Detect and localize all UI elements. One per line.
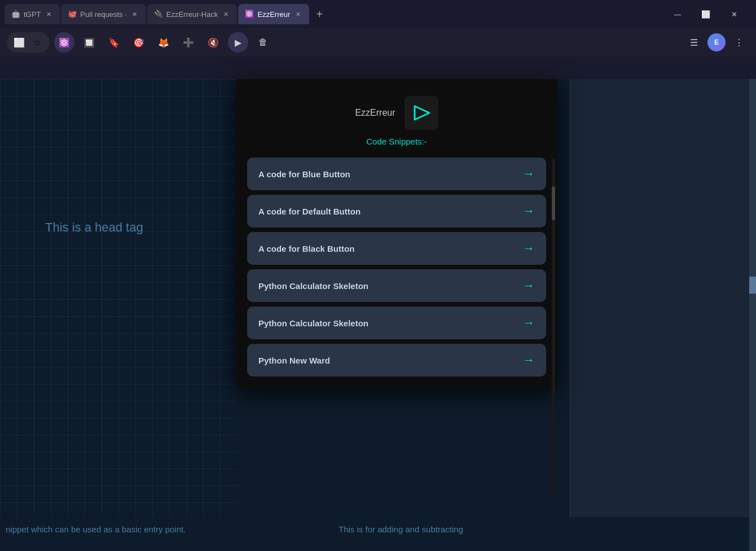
tab-ezzerreur-icon: ⚛️ (245, 10, 254, 19)
bg-snippet-text: nippet which can be used as a basic entr… (6, 524, 186, 534)
snippet-default-button-arrow: → (522, 204, 535, 218)
tab-bar: 🤖 tGPT ✕ 🐙 Pull requests · ✕ 🔌 EzzErreur… (0, 0, 756, 28)
sidebar-toggle-icon[interactable]: ☰ (684, 32, 704, 53)
window-controls: — ⬜ ✕ (665, 5, 751, 23)
popup-subtitle: Code Snippets:- (366, 137, 427, 146)
tab-chatgpt-icon: 🤖 (11, 10, 20, 19)
page-scrollbar-track[interactable] (749, 79, 756, 551)
play-icon[interactable]: ▶ (228, 32, 248, 53)
snippet-calc-skeleton-1-arrow: → (522, 278, 535, 293)
trash-icon[interactable]: 🗑 (253, 32, 273, 53)
tab-ezzerreur-label: EzzErreur (257, 10, 290, 19)
tab-ezzerreur-close[interactable]: ✕ (293, 10, 302, 19)
snippet-python-new-ward-label: Python New Ward (258, 356, 330, 365)
tab-chatgpt-close[interactable]: ✕ (44, 10, 53, 19)
target-icon[interactable]: 🎯 (129, 32, 149, 53)
snippet-blue-button-arrow: → (522, 167, 535, 181)
tab-ezzerreur-hack-close[interactable]: ✕ (221, 10, 230, 19)
toolbar: ⬜ ☆ ⚛️ 🔲 🔖 🎯 🦊 ➕ 🔇 ▶ 🗑 ☰ E ⋮ (0, 28, 756, 56)
tab-ezzerreur[interactable]: ⚛️ EzzErreur ✕ (238, 4, 309, 24)
popup-scrollbar-track[interactable] (552, 158, 555, 497)
popup-header: EzzErreur Code Snippets:- (236, 79, 557, 158)
close-button[interactable]: ✕ (721, 5, 747, 23)
tab-pull-requests-icon: 🐙 (68, 10, 77, 19)
tab-pull-requests[interactable]: 🐙 Pull requests · ✕ (61, 4, 146, 24)
tab-pull-requests-label: Pull requests · (80, 10, 126, 19)
logo-svg (410, 102, 433, 124)
mute-icon[interactable]: 🔇 (203, 32, 223, 53)
finder-icon[interactable]: 🔲 (79, 32, 99, 53)
bookmark-icon[interactable]: 🔖 (104, 32, 124, 53)
tab-ezzerreur-hack-label: EzzErreur-Hack (166, 10, 218, 19)
grid-background (0, 79, 237, 517)
snippet-default-button-label: A code for Default Button (258, 207, 361, 216)
snippet-default-button[interactable]: A code for Default Button → (247, 195, 546, 228)
bg-right-panel (570, 79, 756, 517)
tab-chatgpt[interactable]: 🤖 tGPT ✕ (5, 4, 60, 24)
snippet-black-button-label: A code for Black Button (258, 244, 354, 253)
snippet-python-new-ward[interactable]: Python New Ward → (247, 344, 546, 377)
snippet-calc-skeleton-2-label: Python Calculator Skeleton (258, 318, 368, 328)
snippet-calc-skeleton-1[interactable]: Python Calculator Skeleton → (247, 269, 546, 302)
popup-scrollbar-thumb[interactable] (552, 186, 555, 220)
extension-area: ☰ E ⋮ (684, 32, 749, 53)
snippet-black-button-arrow: → (522, 241, 535, 256)
popup-logo (405, 96, 438, 130)
snippet-blue-button[interactable]: A code for Blue Button → (247, 158, 546, 190)
snippet-calc-skeleton-2[interactable]: Python Calculator Skeleton → (247, 307, 546, 339)
maximize-button[interactable]: ⬜ (693, 5, 719, 23)
popup-logo-row: EzzErreur (355, 96, 438, 130)
new-tab-button[interactable]: + (310, 5, 328, 23)
popup-title: EzzErreur (355, 108, 395, 118)
react-icon[interactable]: ⚛️ (54, 32, 74, 53)
dropdown-popup: EzzErreur Code Snippets:- A code for Blu… (236, 79, 557, 388)
snippet-calc-skeleton-2-arrow: → (522, 316, 535, 330)
tab-chatgpt-label: tGPT (24, 10, 41, 19)
screen-share-icon[interactable]: ⬜ (11, 34, 27, 50)
snippet-calc-skeleton-1-label: Python Calculator Skeleton (258, 281, 368, 291)
page-scrollbar-thumb[interactable] (749, 277, 756, 294)
bg-adding-text: This is for adding and subtracting (339, 524, 463, 534)
snippet-blue-button-label: A code for Blue Button (258, 169, 350, 179)
menu-icon[interactable]: ⋮ (729, 32, 749, 53)
bg-head-tag: This is a head tag (45, 220, 143, 235)
tab-pull-requests-close[interactable]: ✕ (130, 10, 139, 19)
fox-icon[interactable]: 🦊 (153, 32, 174, 53)
add-icon[interactable]: ➕ (178, 32, 199, 53)
snippet-black-button[interactable]: A code for Black Button → (247, 232, 546, 265)
browser-chrome: 🤖 tGPT ✕ 🐙 Pull requests · ✕ 🔌 EzzErreur… (0, 0, 756, 79)
svg-marker-0 (415, 106, 429, 120)
minimize-button[interactable]: — (665, 5, 691, 23)
snippet-python-new-ward-arrow: → (522, 353, 535, 368)
profile-avatar[interactable]: E (707, 33, 726, 51)
tab-ezzerreur-hack-icon: 🔌 (154, 10, 163, 19)
tab-ezzerreur-hack[interactable]: 🔌 EzzErreur-Hack ✕ (147, 4, 238, 24)
snippet-list: A code for Blue Button → A code for Defa… (236, 158, 557, 377)
nav-icon-group: ⬜ ☆ (7, 32, 50, 53)
bookmark-star-icon[interactable]: ☆ (29, 34, 45, 50)
